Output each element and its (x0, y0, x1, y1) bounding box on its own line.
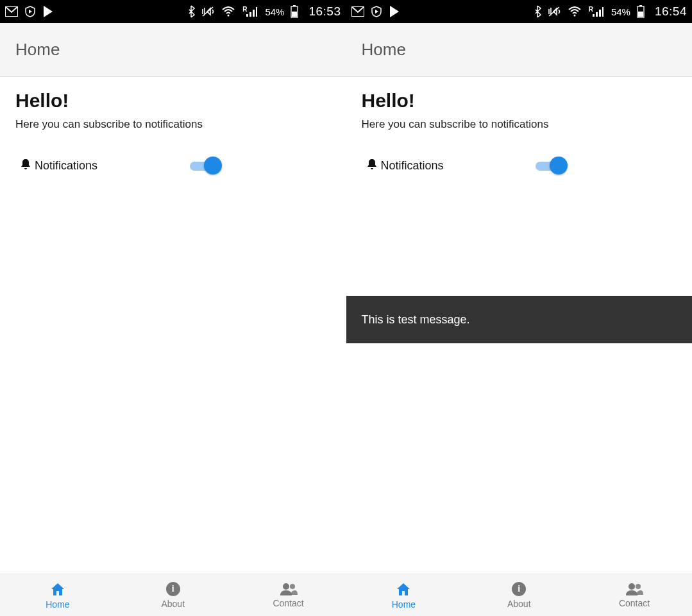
wifi-icon (222, 6, 235, 17)
bluetooth-icon (534, 5, 541, 18)
people-icon (625, 583, 643, 595)
nav-label: Contact (273, 598, 303, 608)
nav-home[interactable]: Home (346, 574, 462, 616)
screen-right: R 54% 16:54 Home Hello! Here you can sub… (346, 0, 693, 616)
nav-label: Contact (619, 598, 650, 608)
page-title: Home (362, 40, 406, 60)
svg-rect-10 (639, 5, 642, 6)
play-protect-icon (24, 6, 36, 17)
battery-percent: 54% (611, 6, 630, 17)
content-area: Hello! Here you can subscribe to notific… (0, 77, 346, 574)
status-clock: 16:53 (308, 4, 341, 19)
subtext: Here you can subscribe to notifications (15, 118, 331, 131)
svg-rect-3 (293, 5, 296, 6)
svg-point-13 (636, 584, 641, 589)
people-icon (280, 583, 298, 595)
nav-contact[interactable]: Contact (231, 574, 346, 616)
nav-about[interactable]: i About (461, 574, 577, 616)
status-clock: 16:54 (655, 4, 687, 19)
svg-rect-4 (292, 12, 297, 17)
svg-point-6 (290, 584, 295, 589)
bell-icon (21, 158, 31, 173)
svg-point-12 (629, 583, 635, 590)
play-store-icon (42, 5, 54, 18)
nav-about[interactable]: i About (115, 574, 231, 616)
notification-row: Notifications (362, 157, 677, 175)
notification-label: Notifications (35, 159, 97, 173)
nav-contact[interactable]: Contact (577, 574, 692, 616)
vibrate-silent-icon (201, 6, 215, 17)
info-icon: i (512, 582, 526, 596)
subtext: Here you can subscribe to notifications (362, 118, 677, 131)
vibrate-silent-icon (548, 6, 562, 17)
mail-icon (5, 6, 18, 17)
bluetooth-icon (187, 5, 195, 18)
svg-point-1 (228, 15, 230, 17)
snackbar[interactable]: This is test message. (346, 296, 693, 343)
wifi-icon (568, 6, 581, 17)
battery-percent: 54% (265, 6, 284, 17)
nav-home[interactable]: Home (0, 574, 115, 616)
screen-left: R 54% 16:53 Home Hello! Here you can sub… (0, 0, 346, 616)
info-icon: i (166, 582, 180, 596)
nav-label: Home (392, 599, 416, 610)
svg-rect-11 (638, 12, 643, 17)
notifications-toggle[interactable] (534, 157, 568, 175)
battery-icon (637, 5, 645, 18)
notifications-toggle[interactable] (189, 157, 222, 175)
bottom-nav: Home i About Contact (346, 574, 693, 616)
signal-icon: R (587, 6, 603, 17)
snackbar-text: This is test message. (362, 313, 470, 327)
heading: Hello! (15, 90, 331, 112)
bell-icon (367, 158, 377, 173)
notification-row: Notifications (15, 157, 331, 175)
status-bar: R 54% 16:53 (0, 0, 346, 23)
svg-point-8 (573, 15, 575, 17)
page-title: Home (15, 40, 60, 60)
nav-label: Home (46, 599, 69, 610)
svg-point-5 (283, 583, 289, 590)
nav-label: About (161, 599, 185, 609)
play-protect-icon (371, 6, 382, 17)
status-bar: R 54% 16:54 (346, 0, 693, 23)
play-store-icon (389, 5, 400, 18)
notification-label: Notifications (381, 159, 444, 173)
bottom-nav: Home i About Contact (0, 574, 346, 616)
app-bar: Home (346, 23, 693, 77)
heading: Hello! (362, 90, 677, 112)
battery-icon (291, 5, 298, 18)
signal-icon: R (241, 6, 257, 17)
nav-label: About (507, 599, 531, 609)
app-bar: Home (0, 23, 346, 77)
mail-icon (351, 6, 364, 17)
